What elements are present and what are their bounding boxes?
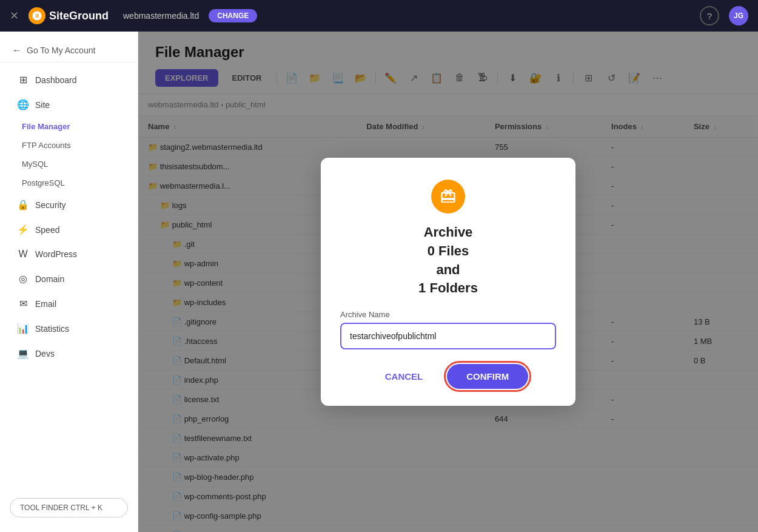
sidebar-item-security[interactable]: 🔒 Security bbox=[5, 193, 133, 217]
sidebar-item-label: Email bbox=[35, 299, 56, 309]
archive-name-input[interactable] bbox=[340, 323, 556, 349]
main-content: File Manager EXPLORER EDITOR 📄 📁 📃 📂 ✏️ … bbox=[138, 32, 758, 532]
topbar: ✕ SiteGround webmastermedia.ltd CHANGE ?… bbox=[0, 0, 758, 32]
sidebar-item-email[interactable]: ✉ Email bbox=[5, 292, 133, 315]
logo: SiteGround bbox=[29, 7, 109, 24]
sidebar-item-mysql[interactable]: MySQL bbox=[0, 155, 138, 173]
sidebar-item-label: Domain bbox=[35, 274, 64, 284]
logo-icon bbox=[29, 7, 45, 24]
sidebar-item-postgresql[interactable]: PostgreSQL bbox=[0, 173, 138, 192]
site-icon: 🌐 bbox=[17, 99, 29, 110]
wordpress-icon: W bbox=[17, 249, 29, 260]
modal-buttons: CANCEL CONFIRM bbox=[340, 364, 556, 389]
tool-finder-button[interactable]: TOOL FINDER CTRL + K bbox=[10, 498, 128, 517]
help-icon: ? bbox=[707, 11, 712, 21]
goto-my-account[interactable]: ← Go To My Account bbox=[0, 39, 138, 62]
sidebar-item-label: Speed bbox=[35, 225, 59, 235]
archive-name-label: Archive Name bbox=[340, 310, 556, 319]
archive-modal-icon bbox=[440, 188, 457, 205]
sidebar-item-devs[interactable]: 💻 Devs bbox=[5, 342, 133, 365]
help-button[interactable]: ? bbox=[700, 6, 719, 25]
goto-label: Go To My Account bbox=[27, 45, 95, 55]
sidebar-item-site[interactable]: 🌐 Site bbox=[5, 93, 133, 116]
sidebar-item-label: Statistics bbox=[35, 324, 69, 334]
close-icon[interactable]: ✕ bbox=[10, 9, 19, 22]
confirm-button[interactable]: CONFIRM bbox=[447, 364, 528, 389]
sidebar-item-statistics[interactable]: 📊 Statistics bbox=[5, 317, 133, 340]
sidebar-item-label: Security bbox=[35, 200, 66, 210]
avatar[interactable]: JG bbox=[729, 6, 748, 25]
sidebar-item-dashboard[interactable]: ⊞ Dashboard bbox=[5, 68, 133, 92]
logo-text: SiteGround bbox=[49, 10, 109, 22]
sidebar-item-file-manager[interactable]: File Manager bbox=[0, 117, 138, 136]
sidebar-item-label: Devs bbox=[35, 349, 55, 359]
modal-overlay: Archive 0 Files and 1 Folders Archive Na… bbox=[138, 32, 758, 532]
domain-icon: ◎ bbox=[17, 273, 29, 285]
domain-label: webmastermedia.ltd bbox=[123, 11, 199, 21]
sidebar-item-label: Site bbox=[35, 100, 50, 110]
sidebar-item-label: WordPress bbox=[35, 249, 77, 259]
change-button[interactable]: CHANGE bbox=[209, 9, 257, 22]
sidebar-item-domain[interactable]: ◎ Domain bbox=[5, 267, 133, 291]
sidebar-item-ftp-accounts[interactable]: FTP Accounts bbox=[0, 136, 138, 155]
cancel-button[interactable]: CANCEL bbox=[368, 364, 440, 389]
security-icon: 🔒 bbox=[17, 199, 29, 210]
dashboard-icon: ⊞ bbox=[17, 74, 29, 86]
archive-modal: Archive 0 Files and 1 Folders Archive Na… bbox=[321, 158, 575, 406]
arrow-left-icon: ← bbox=[12, 45, 22, 56]
speed-icon: ⚡ bbox=[17, 224, 29, 235]
sidebar-item-wordpress[interactable]: W WordPress bbox=[5, 243, 133, 266]
modal-title-line2: 0 Files bbox=[428, 243, 469, 258]
modal-title-line4: 1 Folders bbox=[418, 280, 478, 295]
modal-title: Archive 0 Files and 1 Folders bbox=[418, 223, 478, 298]
sidebar-item-speed[interactable]: ⚡ Speed bbox=[5, 218, 133, 241]
email-icon: ✉ bbox=[17, 298, 29, 309]
sidebar-item-label: Dashboard bbox=[35, 75, 77, 85]
modal-icon bbox=[431, 180, 465, 214]
modal-title-line1: Archive bbox=[424, 224, 473, 240]
modal-title-line3: and bbox=[436, 262, 460, 277]
statistics-icon: 📊 bbox=[17, 323, 29, 334]
sidebar: ← Go To My Account ⊞ Dashboard 🌐 Site Fi… bbox=[0, 32, 138, 532]
devs-icon: 💻 bbox=[17, 348, 29, 359]
